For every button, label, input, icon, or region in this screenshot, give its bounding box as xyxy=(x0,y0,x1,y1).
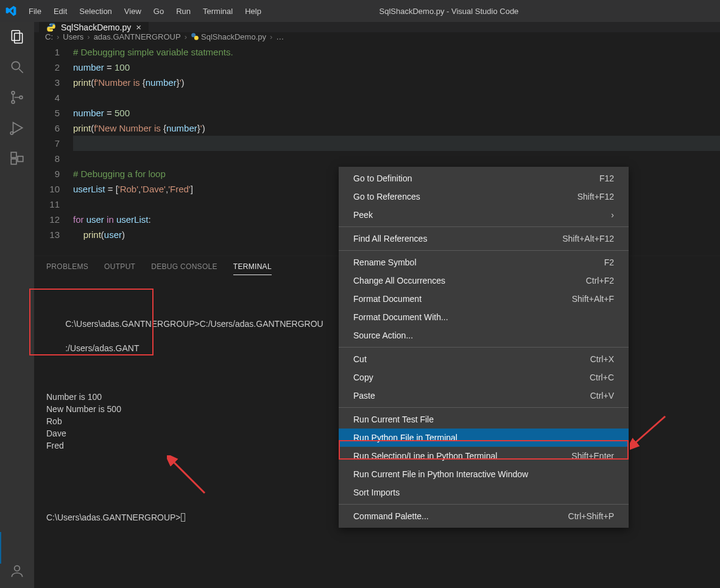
ctx-shortcut: Ctrl+V xyxy=(590,391,614,401)
terminal-prompt: C:\Users\adas.GANTNERGROUP> xyxy=(46,513,181,522)
ctx-command-palette[interactable]: Command Palette...Ctrl+Shift+P xyxy=(339,507,629,525)
active-indicator xyxy=(0,532,1,564)
svg-rect-10 xyxy=(11,159,16,164)
ctx-label: Format Document xyxy=(353,294,572,304)
breadcrumb-part[interactable]: C: xyxy=(45,32,53,41)
menu-run[interactable]: Run xyxy=(171,3,196,19)
line-number: 10 xyxy=(34,181,60,197)
panel-tab-terminal[interactable]: TERMINAL xyxy=(233,262,272,275)
ctx-go-to-references[interactable]: Go to ReferencesShift+F12 xyxy=(339,187,629,206)
menu-view[interactable]: View xyxy=(119,3,147,19)
tab-filename: SqlShackDemo.py xyxy=(61,23,131,32)
explorer-icon[interactable] xyxy=(9,28,26,45)
ctx-copy[interactable]: CopyCtrl+C xyxy=(339,368,629,387)
code-line[interactable]: print(f'Number is {number}') xyxy=(73,75,720,90)
panel-tab-debug-console[interactable]: DEBUG CONSOLE xyxy=(151,262,217,275)
menu-selection[interactable]: Selection xyxy=(74,3,117,19)
annotation-output-box xyxy=(29,289,154,355)
ctx-label: Run Current File in Python Interactive W… xyxy=(353,469,614,479)
svg-point-13 xyxy=(49,24,50,24)
code-line[interactable] xyxy=(73,136,720,151)
svg-rect-9 xyxy=(11,152,16,158)
breadcrumb-part[interactable]: adas.GANTNERGROUP xyxy=(94,32,181,41)
breadcrumb-part[interactable]: Users xyxy=(63,32,83,41)
line-gutter: 12345678910111213 xyxy=(34,44,73,242)
ctx-label: Paste xyxy=(353,391,590,401)
extensions-icon[interactable] xyxy=(9,150,26,167)
ctx-shortcut: Shift+Alt+F xyxy=(572,294,614,304)
svg-point-4 xyxy=(12,91,15,94)
tab-close-icon[interactable]: × xyxy=(136,22,141,32)
ctx-rename-symbol[interactable]: Rename SymbolF2 xyxy=(339,253,629,271)
ctx-label: Go to Definition xyxy=(353,173,599,183)
ctx-paste[interactable]: PasteCtrl+V xyxy=(339,387,629,405)
ctx-label: Change All Occurrences xyxy=(353,276,586,285)
run-debug-icon[interactable] xyxy=(9,119,26,136)
breadcrumb-separator: › xyxy=(87,32,90,41)
line-number: 4 xyxy=(34,90,60,105)
code-line[interactable] xyxy=(73,90,720,105)
svg-rect-0 xyxy=(12,30,19,40)
menu-file[interactable]: File xyxy=(23,3,47,19)
editor-tab[interactable]: SqlShackDemo.py × xyxy=(39,22,149,32)
ctx-change-all-occurrences[interactable]: Change All OccurrencesCtrl+F2 xyxy=(339,271,629,290)
ctx-format-document-with[interactable]: Format Document With... xyxy=(339,308,629,326)
code-line[interactable]: print(f'New Number is {number}') xyxy=(73,121,720,136)
ctx-shortcut: Shift+F12 xyxy=(577,192,614,201)
ctx-run-current-file-in-python-interactive-window[interactable]: Run Current File in Python Interactive W… xyxy=(339,465,629,483)
ctx-sort-imports[interactable]: Sort Imports xyxy=(339,483,629,502)
window-title: SqlShackDemo.py - Visual Studio Code xyxy=(267,7,716,16)
ctx-label: Rename Symbol xyxy=(353,257,604,267)
code-line[interactable]: number = 100 xyxy=(73,60,720,75)
ctx-go-to-definition[interactable]: Go to DefinitionF12 xyxy=(339,169,629,187)
breadcrumb-part[interactable]: … xyxy=(276,32,284,41)
chevron-right-icon: › xyxy=(611,210,614,220)
code-line[interactable] xyxy=(73,151,720,166)
ctx-peek[interactable]: Peek› xyxy=(339,206,629,224)
ctx-label: Source Action... xyxy=(353,331,614,340)
ctx-shortcut: Shift+Alt+F12 xyxy=(562,234,614,243)
ctx-shortcut: Ctrl+X xyxy=(590,354,614,364)
ctx-format-document[interactable]: Format DocumentShift+Alt+F xyxy=(339,290,629,308)
svg-rect-1 xyxy=(15,33,23,43)
menu-help[interactable]: Help xyxy=(239,3,267,19)
vscode-logo-icon xyxy=(4,4,18,18)
code-line[interactable]: number = 500 xyxy=(73,105,720,121)
ctx-find-all-references[interactable]: Find All ReferencesShift+Alt+F12 xyxy=(339,229,629,248)
ctx-label: Format Document With... xyxy=(353,312,614,322)
menu-go[interactable]: Go xyxy=(148,3,169,19)
menu-edit[interactable]: Edit xyxy=(48,3,72,19)
context-menu[interactable]: Go to DefinitionF12Go to ReferencesShift… xyxy=(339,167,629,528)
line-number: 3 xyxy=(34,75,60,90)
ctx-label: Command Palette... xyxy=(353,511,568,521)
breadcrumbs[interactable]: C:›Users›adas.GANTNERGROUP›SqlShackDemo.… xyxy=(34,32,720,42)
source-control-icon[interactable] xyxy=(9,89,26,106)
breadcrumb-separator: › xyxy=(57,32,59,41)
svg-point-8 xyxy=(10,132,13,135)
line-number: 13 xyxy=(34,227,60,242)
panel-tab-problems[interactable]: PROBLEMS xyxy=(46,262,88,275)
ctx-run-current-test-file[interactable]: Run Current Test File xyxy=(339,410,629,429)
ctx-source-action[interactable]: Source Action... xyxy=(339,326,629,345)
ctx-label: Find All References xyxy=(353,234,562,243)
ctx-shortcut: F12 xyxy=(599,173,614,183)
svg-point-16 xyxy=(194,36,199,40)
line-number: 1 xyxy=(34,44,60,60)
panel-tab-output[interactable]: OUTPUT xyxy=(104,262,135,275)
code-line[interactable]: # Debugging simple variable statments. xyxy=(73,44,720,60)
line-number: 9 xyxy=(34,166,60,181)
svg-marker-7 xyxy=(13,122,23,133)
line-number: 11 xyxy=(34,197,60,212)
ctx-cut[interactable]: CutCtrl+X xyxy=(339,350,629,368)
ctx-label: Cut xyxy=(353,354,590,364)
search-icon[interactable] xyxy=(9,58,26,75)
line-number: 7 xyxy=(34,136,60,151)
titlebar: FileEditSelectionViewGoRunTerminalHelp S… xyxy=(0,0,720,22)
line-number: 8 xyxy=(34,151,60,166)
breadcrumb-part[interactable]: SqlShackDemo.py xyxy=(191,32,266,41)
ctx-shortcut: Ctrl+Shift+P xyxy=(568,511,614,521)
menu-terminal[interactable]: Terminal xyxy=(197,3,238,19)
annotation-selected-menu-item xyxy=(339,440,629,460)
accounts-icon[interactable] xyxy=(9,562,26,579)
svg-point-5 xyxy=(12,100,15,103)
